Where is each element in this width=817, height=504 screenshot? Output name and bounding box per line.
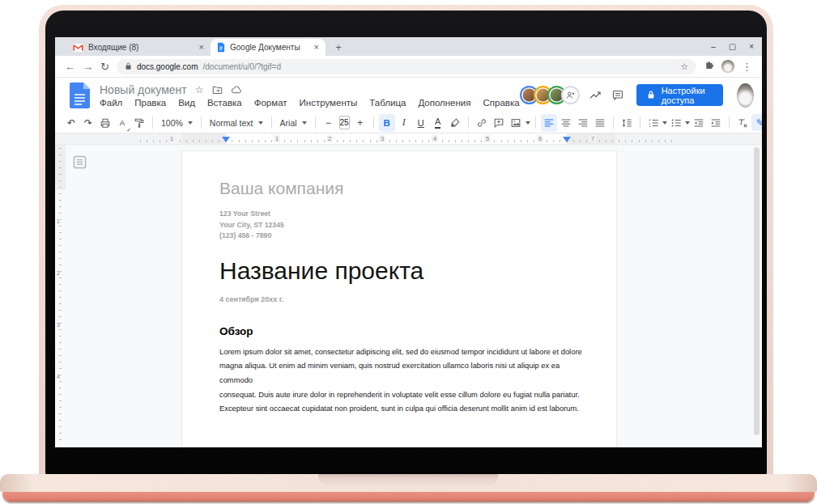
- activity-dashboard-icon[interactable]: [589, 88, 602, 102]
- insert-image-icon[interactable]: [508, 114, 524, 132]
- menu-insert[interactable]: Вставка: [207, 98, 242, 108]
- tab-google-docs[interactable]: Google Документы ×: [211, 39, 326, 56]
- undo-icon[interactable]: ↶: [63, 114, 79, 132]
- toolbar-separator: [315, 116, 316, 129]
- menu-help[interactable]: Справка: [483, 98, 520, 108]
- bold-button[interactable]: B: [379, 114, 395, 132]
- numbered-list-icon[interactable]: [645, 114, 662, 132]
- clear-formatting-icon[interactable]: [734, 114, 751, 132]
- new-tab-button[interactable]: +: [330, 39, 347, 55]
- bulleted-list-icon[interactable]: [668, 114, 684, 132]
- vertical-ruler[interactable]: 1 2 3 4: [55, 145, 66, 447]
- menu-table[interactable]: Таблица: [369, 98, 406, 108]
- editing-mode-button[interactable]: ✎: [751, 114, 762, 131]
- add-comment-icon[interactable]: [491, 114, 507, 132]
- text-color-button[interactable]: A: [430, 114, 446, 132]
- project-title: Название проекта: [219, 257, 590, 285]
- increase-indent-icon[interactable]: [708, 114, 724, 132]
- redo-icon[interactable]: ↷: [80, 114, 96, 132]
- docs-header-left: Новый документ ☆ Файл Правка Вид Вставка…: [100, 83, 520, 108]
- align-right-icon[interactable]: [575, 114, 591, 132]
- decrease-indent-icon[interactable]: [691, 114, 707, 132]
- tab-gmail[interactable]: Входящие (8) ×: [66, 39, 211, 56]
- address-line: Your City, ST 12345: [219, 220, 590, 231]
- toolbar-separator: [201, 116, 202, 129]
- highlight-color-icon[interactable]: [447, 114, 463, 132]
- close-tab-icon[interactable]: ×: [314, 43, 319, 52]
- document-title[interactable]: Новый документ: [100, 83, 187, 96]
- docs-logo-icon[interactable]: [70, 83, 90, 108]
- share-button[interactable]: Настройки доступа: [636, 84, 723, 106]
- menu-format[interactable]: Формат: [254, 98, 287, 108]
- insert-link-icon[interactable]: [474, 114, 490, 132]
- scrollbar[interactable]: [754, 147, 760, 435]
- docs-header-right: Настройки доступа: [520, 83, 754, 108]
- toolbar-separator: [729, 116, 730, 129]
- paint-format-icon[interactable]: [131, 114, 147, 132]
- close-tab-icon[interactable]: ×: [199, 43, 204, 52]
- browser-profile-avatar[interactable]: [721, 60, 734, 73]
- document-outline-icon[interactable]: [73, 155, 87, 172]
- print-icon[interactable]: [97, 114, 113, 132]
- menu-edit[interactable]: Правка: [134, 98, 166, 108]
- font-value: Arial: [280, 118, 297, 128]
- reload-icon[interactable]: ↻: [100, 61, 109, 72]
- laptop-lid-notch: [318, 474, 498, 486]
- document-page[interactable]: Ваша компания 123 Your Street Your City,…: [182, 151, 616, 447]
- line-spacing-icon[interactable]: [619, 114, 635, 132]
- ruler-number: 4: [432, 135, 438, 142]
- menu-view[interactable]: Вид: [178, 98, 195, 108]
- spellcheck-icon[interactable]: A ✓: [114, 114, 130, 132]
- menu-file[interactable]: Файл: [100, 98, 122, 108]
- ruler-number: 2: [57, 269, 60, 277]
- chevron-down-icon[interactable]: [662, 121, 667, 125]
- chevron-down-icon[interactable]: [685, 121, 690, 125]
- align-center-icon[interactable]: [558, 114, 574, 132]
- align-left-icon[interactable]: [541, 114, 557, 132]
- vertical-ruler-ticks: [59, 148, 62, 444]
- zoom-value: 100%: [161, 118, 183, 128]
- move-folder-icon[interactable]: [212, 85, 223, 95]
- ruler-number: 1: [274, 135, 280, 142]
- menu-addons[interactable]: Дополнения: [418, 98, 470, 108]
- close-window-icon[interactable]: ×: [749, 42, 754, 51]
- lock-icon: [647, 90, 655, 101]
- extensions-icon[interactable]: [704, 59, 714, 74]
- increase-font-size-icon[interactable]: +: [352, 114, 368, 132]
- left-indent-marker[interactable]: [222, 137, 230, 142]
- add-collaborator-icon[interactable]: [561, 86, 580, 104]
- address-input[interactable]: docs.google.com/document/u/0/?tgif=d ☆: [117, 59, 696, 74]
- ruler-page-span: [182, 133, 615, 144]
- chevron-down-icon[interactable]: [526, 121, 530, 125]
- star-document-icon[interactable]: ☆: [195, 84, 204, 95]
- back-icon[interactable]: ←: [65, 61, 75, 72]
- account-avatar[interactable]: [737, 83, 754, 108]
- underline-button[interactable]: U: [413, 114, 429, 132]
- browser-window: Входящие (8) × Google Документы × + – ▢ …: [55, 37, 762, 447]
- maximize-icon[interactable]: ▢: [729, 42, 736, 51]
- tab-label: Входящие (8): [88, 43, 194, 52]
- section-heading: Обзор: [219, 325, 590, 337]
- decrease-font-size-icon[interactable]: −: [321, 114, 337, 132]
- minimize-icon[interactable]: –: [711, 42, 716, 51]
- check-icon: ✓: [126, 127, 131, 133]
- bookmark-star-icon[interactable]: ☆: [680, 62, 688, 71]
- horizontal-ruler[interactable]: 1 1 2 3 4 5 6 7: [55, 133, 762, 145]
- align-justify-icon[interactable]: [592, 114, 608, 132]
- forward-icon[interactable]: →: [83, 61, 93, 72]
- menu-tools[interactable]: Инструменты: [300, 98, 358, 108]
- docs-favicon-icon: [217, 42, 225, 53]
- paragraph-style-select[interactable]: Normal text: [206, 114, 266, 132]
- body-line: Lorem ipsum dolor sit amet, consectetur …: [219, 345, 590, 360]
- italic-button[interactable]: I: [396, 114, 412, 132]
- right-indent-marker[interactable]: [563, 137, 571, 142]
- comments-icon[interactable]: [611, 89, 624, 102]
- cloud-status-icon[interactable]: [231, 85, 243, 95]
- zoom-select[interactable]: 100%: [158, 114, 196, 132]
- body-paragraph: Lorem ipsum dolor sit amet, consectetur …: [219, 345, 590, 417]
- toolbar-separator: [152, 116, 153, 129]
- browser-menu-icon[interactable]: ⋮: [742, 61, 752, 72]
- font-select[interactable]: Arial: [277, 114, 310, 132]
- ruler-number: 4: [57, 373, 60, 380]
- font-size-input[interactable]: 25: [339, 116, 350, 129]
